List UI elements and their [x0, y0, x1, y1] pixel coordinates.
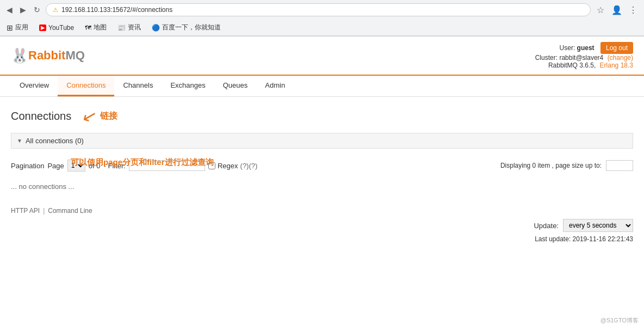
youtube-bookmark[interactable]: ▶ YouTube	[37, 23, 76, 33]
regex-checkbox[interactable]	[208, 162, 215, 169]
footer-links: HTTP API | Command Line	[11, 207, 633, 215]
logout-button[interactable]: Log out	[600, 42, 633, 54]
maps-label: 地图	[94, 23, 107, 32]
filter-input[interactable]	[129, 160, 205, 171]
maps-bookmark[interactable]: 🗺 地图	[83, 22, 109, 33]
header-right: User: guest Log out Cluster: rabbit@slav…	[535, 42, 633, 69]
tab-overview[interactable]: Overview	[11, 76, 58, 96]
address-bar[interactable]: ⚠ 192.168.110.133:15672/#/connections	[46, 3, 591, 16]
apps-icon: ⊞	[7, 23, 13, 32]
section-title: All connections (0)	[26, 137, 84, 145]
of-label: of 0	[89, 162, 101, 170]
page-size-input[interactable]: 100	[606, 160, 633, 171]
title-row: Connections ↙ 链接	[11, 106, 633, 126]
annotation-arrow: ↙	[80, 104, 100, 128]
update-bar: Update: every 5 seconds every 10 seconds…	[11, 219, 633, 232]
cluster-label: Cluster:	[535, 54, 558, 62]
regex-label: Regex	[218, 162, 238, 170]
app-header: 🐰 RabbitMQ User: guest Log out Cluster: …	[0, 36, 644, 76]
news-icon: 📰	[117, 24, 126, 32]
user-info: User: guest Log out	[535, 42, 633, 54]
watermark: @S1GTO博客	[600, 316, 639, 325]
refresh-button[interactable]: ↻	[32, 3, 42, 16]
pagination-wrapper: 可以使用page分页和filter进行过滤查询 Pagination Page …	[11, 160, 633, 172]
bookmark-star-button[interactable]: ☆	[594, 3, 607, 16]
section-header: ▼ All connections (0)	[11, 133, 633, 149]
youtube-label: YouTube	[48, 24, 74, 32]
apps-bookmark[interactable]: ⊞ 应用	[4, 22, 30, 33]
forward-button[interactable]: ▶	[18, 3, 28, 16]
apps-label: 应用	[15, 23, 28, 32]
title-annotation: ↙ 链接	[82, 106, 117, 126]
last-update-label: Last update:	[535, 235, 571, 243]
tab-exchanges[interactable]: Exchanges	[162, 76, 214, 96]
cluster-info: Cluster: rabbit@slaver4 (change)	[535, 54, 633, 62]
profile-button[interactable]: 👤	[610, 3, 623, 16]
annotation-title-text: 链接	[100, 111, 117, 122]
more-button[interactable]: ⋮	[627, 3, 640, 16]
browser-chrome: ◀ ▶ ↻ ⚠ 192.168.110.133:15672/#/connecti…	[0, 0, 644, 36]
filter-dash-label: - Filter:	[104, 162, 126, 170]
baidu-icon: 🔵	[152, 24, 160, 32]
update-select[interactable]: every 5 seconds every 10 seconds every 3…	[563, 219, 633, 232]
page-select[interactable]: 1	[67, 160, 85, 172]
rabbitmq-version: RabbitMQ 3.6.5,	[548, 62, 596, 69]
last-update: Last update: 2019-11-16 22:21:43	[11, 235, 633, 243]
rabbitmq-app: 🐰 RabbitMQ User: guest Log out Cluster: …	[0, 36, 644, 252]
logo-icon: 🐰	[11, 47, 28, 64]
tab-queues[interactable]: Queues	[214, 76, 257, 96]
pagination-right: Displaying 0 item , page size up to: 100	[500, 160, 633, 171]
version-info: RabbitMQ 3.6.5, Erlang 18.3	[535, 62, 633, 69]
page-title: Connections	[11, 110, 71, 123]
regex-hint: (?)(?)	[240, 162, 258, 170]
logo: 🐰 RabbitMQ	[11, 47, 85, 64]
tab-connections[interactable]: Connections	[58, 76, 114, 96]
baidu-label: 百度一下，你就知道	[162, 23, 221, 32]
command-line-link[interactable]: Command Line	[48, 207, 92, 215]
logo-rabbit: Rabbit	[28, 48, 65, 63]
cluster-value: rabbit@slaver4	[559, 54, 603, 62]
last-update-value: 2019-11-16 22:21:43	[573, 235, 633, 243]
user-label: User:	[560, 44, 575, 52]
page-label: Page	[47, 162, 64, 170]
footer-separator: |	[43, 207, 45, 215]
collapse-icon[interactable]: ▼	[17, 138, 22, 144]
update-label: Update:	[534, 222, 559, 230]
user-name: guest	[577, 44, 595, 52]
pagination-row: Pagination Page 1 of 0 - Filter: Regex (…	[11, 160, 633, 172]
content-area: Connections ↙ 链接 ▼ All connections (0) 可…	[0, 97, 644, 252]
logo-mq: MQ	[65, 48, 84, 63]
pagination-label: Pagination	[11, 162, 44, 170]
news-bookmark[interactable]: 📰 资讯	[115, 22, 143, 33]
regex-checkbox-label[interactable]: Regex (?)(?)	[208, 162, 257, 170]
security-icon: ⚠	[53, 7, 58, 14]
bookmarks-bar: ⊞ 应用 ▶ YouTube 🗺 地图 📰 资讯 🔵 百度一下，你就知道	[0, 20, 644, 36]
browser-toolbar: ◀ ▶ ↻ ⚠ 192.168.110.133:15672/#/connecti…	[0, 0, 644, 20]
erlang-link[interactable]: Erlang 18.3	[600, 62, 633, 69]
tab-admin[interactable]: Admin	[256, 76, 294, 96]
displaying-text: Displaying 0 item , page size up to:	[500, 162, 602, 169]
maps-icon: 🗺	[85, 24, 91, 32]
back-button[interactable]: ◀	[4, 3, 15, 16]
address-text: 192.168.110.133:15672/#/connections	[61, 6, 172, 14]
no-connections-message: ... no connections ...	[11, 177, 633, 196]
baidu-bookmark[interactable]: 🔵 百度一下，你就知道	[150, 22, 223, 33]
nav-bar: Overview Connections Channels Exchanges …	[0, 76, 644, 97]
http-api-link[interactable]: HTTP API	[11, 207, 40, 215]
news-label: 资讯	[128, 23, 141, 32]
cluster-change-link[interactable]: (change)	[608, 54, 633, 62]
youtube-icon: ▶	[39, 25, 46, 31]
tab-channels[interactable]: Channels	[114, 76, 162, 96]
